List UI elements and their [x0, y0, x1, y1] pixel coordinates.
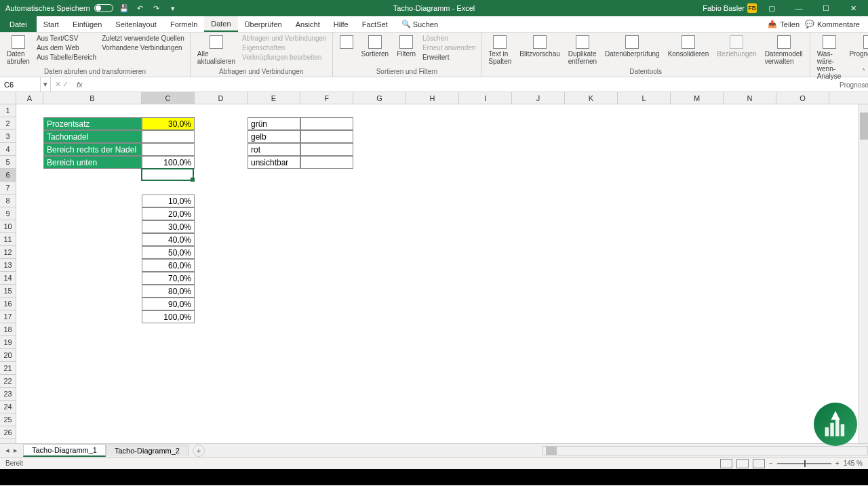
sort-button[interactable]: Sortieren: [359, 34, 392, 59]
cell-C13[interactable]: 60,0%: [142, 259, 195, 272]
row-header-2[interactable]: 2: [0, 117, 16, 130]
sheet-tab-1[interactable]: Tacho-Diagramm_1: [23, 444, 106, 457]
row-header-10[interactable]: 10: [0, 220, 16, 233]
select-all-corner[interactable]: [0, 92, 16, 104]
cell-C2[interactable]: 30,0%: [142, 117, 195, 130]
cell-C8[interactable]: 10,0%: [142, 195, 195, 207]
cell-C17[interactable]: 100,0%: [142, 310, 195, 323]
cell-F3[interactable]: [300, 130, 353, 143]
row-header-4[interactable]: 4: [0, 143, 16, 156]
col-header-D[interactable]: D: [195, 92, 248, 104]
row-header-16[interactable]: 16: [0, 298, 16, 310]
menu-einfuegen[interactable]: Einfügen: [66, 16, 108, 32]
row-header-24[interactable]: 24: [0, 401, 16, 413]
qat-dropdown-icon[interactable]: ▾: [167, 3, 178, 14]
row-header-22[interactable]: 22: [0, 375, 16, 388]
data-validation[interactable]: Datenüberprüfung: [602, 34, 663, 59]
row-header-7[interactable]: 7: [0, 182, 16, 195]
cell-E2[interactable]: grün: [248, 117, 300, 130]
cell-C15[interactable]: 80,0%: [142, 285, 195, 298]
menu-formeln[interactable]: Formeln: [163, 16, 204, 32]
row-header-5[interactable]: 5: [0, 156, 16, 169]
zoom-level[interactable]: 145 %: [844, 460, 863, 467]
horizontal-scrollbar[interactable]: [542, 446, 868, 455]
recent-sources[interactable]: Zuletzt verwendete Quellen: [100, 34, 186, 43]
filter-button[interactable]: Filtern: [394, 34, 418, 59]
cell-C5[interactable]: 100,0%: [142, 156, 195, 169]
cell-C14[interactable]: 70,0%: [142, 272, 195, 285]
minimize-icon[interactable]: —: [787, 0, 811, 16]
save-icon[interactable]: 💾: [119, 3, 130, 14]
vertical-scrollbar[interactable]: [859, 104, 868, 443]
redo-icon[interactable]: ↷: [151, 3, 162, 14]
cell-F5[interactable]: [300, 156, 353, 169]
col-header-N[interactable]: N: [724, 92, 776, 104]
fx-icon[interactable]: fx: [73, 81, 87, 89]
col-header-B[interactable]: B: [43, 92, 142, 104]
col-header-G[interactable]: G: [353, 92, 406, 104]
menu-ansicht[interactable]: Ansicht: [289, 16, 327, 32]
sort-az-button[interactable]: [337, 34, 356, 50]
col-header-J[interactable]: J: [512, 92, 565, 104]
share-button[interactable]: 📤Teilen: [768, 20, 800, 28]
cell-C16[interactable]: 90,0%: [142, 298, 195, 310]
menu-factset[interactable]: FactSet: [355, 16, 395, 32]
page-layout-view-icon[interactable]: [736, 459, 749, 468]
flash-fill[interactable]: Blitzvorschau: [517, 34, 562, 59]
row-header-19[interactable]: 19: [0, 336, 16, 349]
cell-C4[interactable]: [142, 143, 195, 156]
row-header-17[interactable]: 17: [0, 310, 16, 323]
row-header-9[interactable]: 9: [0, 207, 16, 220]
cell-C9[interactable]: 20,0%: [142, 207, 195, 220]
close-icon[interactable]: ✕: [841, 0, 865, 16]
user-name[interactable]: Fabio Basler: [703, 4, 745, 12]
cell-C10[interactable]: 30,0%: [142, 220, 195, 233]
col-header-A[interactable]: A: [16, 92, 43, 104]
zoom-slider[interactable]: [777, 463, 831, 464]
col-header-O[interactable]: O: [776, 92, 829, 104]
advanced-filter[interactable]: Erweitert: [421, 53, 477, 62]
row-header-26[interactable]: 26: [0, 426, 16, 439]
cell-B5[interactable]: Bereich unten: [43, 156, 142, 169]
col-header-F[interactable]: F: [300, 92, 353, 104]
page-break-view-icon[interactable]: [753, 459, 765, 468]
cells-area[interactable]: ProzentsatzTachonadelBereich rechts der …: [16, 104, 868, 443]
row-header-8[interactable]: 8: [0, 195, 16, 207]
row-header-13[interactable]: 13: [0, 259, 16, 272]
col-header-M[interactable]: M: [671, 92, 724, 104]
row-header-11[interactable]: 11: [0, 233, 16, 246]
existing-connections[interactable]: Vorhandene Verbindungen: [100, 43, 186, 52]
from-table[interactable]: Aus Tabelle/Bereich: [35, 53, 98, 62]
refresh-all-button[interactable]: Alle aktualisieren: [195, 34, 238, 66]
what-if[interactable]: Was-wäre-wenn-Analyse: [814, 34, 844, 81]
cell-B4[interactable]: Bereich rechts der Nadel: [43, 143, 142, 156]
cell-F2[interactable]: [300, 117, 353, 130]
row-header-20[interactable]: 20: [0, 349, 16, 362]
row-header-23[interactable]: 23: [0, 388, 16, 401]
row-header-12[interactable]: 12: [0, 246, 16, 259]
undo-icon[interactable]: ↶: [135, 3, 146, 14]
from-web[interactable]: Aus dem Web: [35, 43, 98, 52]
tab-nav-icons[interactable]: ◂▸: [0, 446, 23, 455]
text-to-columns[interactable]: Text in Spalten: [486, 34, 514, 66]
cell-C3[interactable]: [142, 130, 195, 143]
get-data-button[interactable]: Daten abrufen: [4, 34, 33, 66]
scrollbar-thumb[interactable]: [860, 113, 868, 140]
user-avatar[interactable]: FB: [747, 3, 757, 13]
zoom-in-icon[interactable]: +: [835, 460, 840, 467]
row-header-14[interactable]: 14: [0, 272, 16, 285]
consolidate[interactable]: Konsolidieren: [665, 34, 712, 59]
maximize-icon[interactable]: ☐: [814, 0, 838, 16]
menu-file[interactable]: Datei: [0, 16, 37, 32]
col-header-K[interactable]: K: [565, 92, 618, 104]
cell-B2[interactable]: Prozentsatz: [43, 117, 142, 130]
cell-F4[interactable]: [300, 143, 353, 156]
row-header-6[interactable]: 6: [0, 169, 16, 182]
add-sheet-icon[interactable]: +: [193, 445, 205, 457]
row-header-1[interactable]: 1: [0, 104, 16, 117]
menu-hilfe[interactable]: Hilfe: [327, 16, 355, 32]
forecast-sheet[interactable]: Prognoseblatt: [846, 34, 868, 59]
search-box[interactable]: 🔍 Suchen: [395, 16, 445, 32]
row-header-21[interactable]: 21: [0, 362, 16, 375]
row-header-25[interactable]: 25: [0, 413, 16, 426]
